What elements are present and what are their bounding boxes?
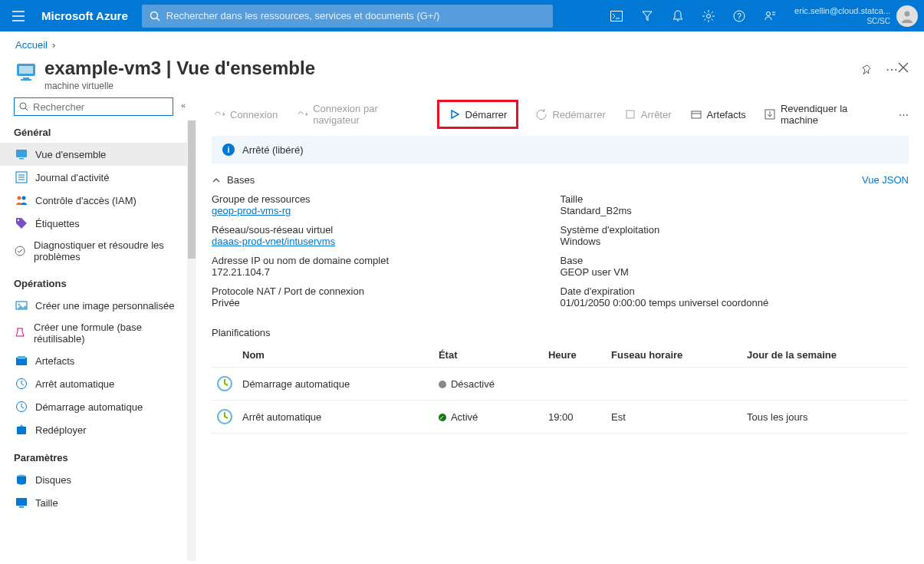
status-text: Arrêté (libéré) [242,144,303,156]
collapse-sidebar-button[interactable]: « [181,101,186,110]
bell-icon [672,10,683,22]
toolbar-more-button[interactable]: ⋯ [899,109,909,120]
cloud-shell-button[interactable] [601,0,632,31]
vnet-link[interactable]: daaas-prod-vnet/intuservms [212,236,335,247]
page-title: example-vm3 | Vue d'ensemble [44,58,853,79]
stop-button[interactable]: Arrêter [623,105,673,124]
svg-point-38 [18,196,21,200]
cell-state: Désactivé [451,378,495,390]
svg-point-9 [707,14,711,18]
sidebar-item-diagnose[interactable]: Diagnostiquer et résoudre les problèmes [14,235,190,267]
toolbar-label: Démarrer [465,109,508,120]
cell-tz: Est [607,401,742,434]
cell-tz [607,368,742,401]
sidebar-scrollbar[interactable] [187,120,196,561]
cell-dow [742,368,909,401]
formula-icon [14,327,26,339]
breadcrumb: Accueil › [0,31,924,58]
claim-button[interactable]: Revendiquer la machine [763,100,883,129]
info-icon: i [222,143,235,156]
svg-rect-25 [19,66,33,74]
svg-point-40 [18,219,19,221]
sidebar-item-label: Disques [35,474,71,486]
restart-button[interactable]: Redémarrer [534,105,607,124]
main-pane: Connexion Connexion par navigateur Démar… [196,97,924,561]
resource-name: example-vm3 [44,58,161,78]
tag-icon [15,217,28,229]
avatar [896,5,918,27]
sidebar-section-parameters: Paramètres [14,452,190,463]
filter-button[interactable] [632,0,663,31]
sidebar-item-activity-log[interactable]: Journal d'activité [14,166,190,189]
sidebar-item-redeploy[interactable]: Redéployer [14,418,190,441]
prop-value: 01/01/2050 0:00:00 temps universel coord… [561,297,909,308]
artefacts-icon [15,355,28,367]
sidebar-item-disks[interactable]: Disques [14,468,190,491]
user-directory: SC/SC [794,16,890,26]
sidebar-search-input[interactable] [33,101,168,113]
json-view-link[interactable]: Vue JSON [862,174,909,186]
hamburger-icon [12,11,25,21]
sidebar-item-overview[interactable]: Vue d'ensemble [0,143,196,166]
start-button[interactable]: Démarrer [447,105,509,124]
artefacts-button[interactable]: Artefacts [689,105,748,124]
help-button[interactable]: ? [724,0,755,31]
global-search[interactable] [142,5,553,28]
sidebar-item-artefacts[interactable]: Artefacts [14,349,190,372]
toolbar-label: Connexion [230,109,278,120]
sidebar-item-create-image[interactable]: Créer une image personnalisée [14,294,190,317]
sidebar-search[interactable] [14,97,173,116]
sidebar-item-create-formula[interactable]: Créer une formule (base réutilisable) [14,317,190,349]
col-tz: Fuseau horaire [607,343,742,368]
clock-icon [15,401,28,413]
user-account-button[interactable]: eric.sellin@cloud.statca... SC/SC [785,5,924,27]
sidebar-item-size[interactable]: Taille [14,491,190,514]
svg-rect-26 [23,78,29,79]
global-search-input[interactable] [166,10,545,21]
prop-label: Groupe de ressources [212,193,561,205]
browser-connect-icon [296,108,308,120]
page-section: Vue d'ensemble [176,58,315,78]
artefacts-icon [690,108,702,120]
svg-marker-7 [643,12,652,21]
state-disabled-icon [439,381,446,388]
table-row[interactable]: Démarrage automatique Désactivé [212,368,909,401]
schedules-table: Nom État Heure Fuseau horaire Jour de la… [212,343,909,434]
browser-connect-button[interactable]: Connexion par navigateur [294,100,421,129]
svg-text:?: ? [737,12,742,21]
sidebar-item-label: Créer une formule (base réutilisable) [34,322,172,345]
sidebar-item-auto-start[interactable]: Démarrage automatique [14,395,190,418]
hamburger-menu-button[interactable] [0,0,37,31]
chevron-right-icon: › [52,39,55,51]
settings-button[interactable] [693,0,724,31]
svg-line-52 [21,407,24,408]
pin-button[interactable] [861,64,872,75]
disk-icon [15,473,28,486]
feedback-icon [764,10,776,22]
breadcrumb-home[interactable]: Accueil [15,39,48,51]
sidebar-item-auto-shutdown[interactable]: Arrêt automatique [14,372,190,395]
toolbar-label: Artefacts [707,109,746,120]
prop-label: Réseau/sous-réseau virtuel [212,224,561,236]
svg-rect-59 [692,111,701,118]
sidebar-item-label: Diagnostiquer et résoudre les problèmes [34,239,172,262]
sidebar-item-iam[interactable]: Contrôle d'accès (IAM) [14,189,190,212]
schedules-title: Planifications [212,327,909,338]
table-row[interactable]: Arrêt automatique ✓Activé 19:00 Est Tous… [212,401,909,434]
col-name: Nom [238,343,434,368]
col-time: Heure [544,343,607,368]
topbar: Microsoft Azure ? eric.sellin@cloud.stat… [0,0,924,31]
sidebar-item-tags[interactable]: Étiquettes [14,212,190,235]
collapse-bases-button[interactable] [212,176,221,185]
vm-icon [15,148,28,160]
highlighted-action: Démarrer [437,100,519,129]
close-blade-button[interactable] [898,62,909,73]
resource-group-link[interactable]: geop-prod-vms-rg [212,205,291,216]
notifications-button[interactable] [663,0,693,31]
feedback-button[interactable] [755,0,785,31]
brand-label[interactable]: Microsoft Azure [37,9,139,22]
connect-button[interactable]: Connexion [212,105,279,124]
more-actions-button[interactable]: ⋯ [886,62,898,77]
status-banner: i Arrêté (libéré) [212,136,909,163]
prop-value: 172.21.104.7 [212,266,561,278]
